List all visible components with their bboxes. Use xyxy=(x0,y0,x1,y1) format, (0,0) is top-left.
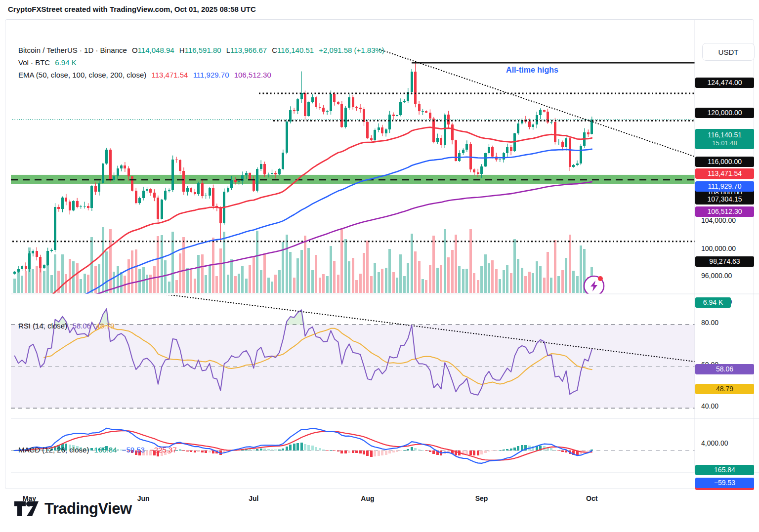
ema-legend: EMA (50, close, 100, close, 200, close) … xyxy=(18,71,274,79)
macd-axis-label-0: 4,000.00 xyxy=(701,439,728,447)
headline-attribution: CryptoFXStreet created with TradingView.… xyxy=(8,5,256,13)
tradingview-logo-icon xyxy=(14,498,40,520)
high-value: 116,591.80 xyxy=(185,46,221,54)
volume-value: 6.94 K xyxy=(55,58,76,67)
change-value: +2,091.58 (+1.83%) xyxy=(319,46,384,54)
macd-axis-label-2: −59.53 xyxy=(695,478,754,488)
price-axis-label-2: 116,140.5115:01:48 xyxy=(695,129,754,149)
rsi-axis-label-2: 58.06 xyxy=(695,364,754,374)
lightning-icon[interactable] xyxy=(584,276,604,296)
time-axis-month-jul: Jul xyxy=(243,494,264,502)
close-label: C xyxy=(272,46,277,54)
open-label: O xyxy=(132,46,138,54)
price-axis-label-7: 107,304.15 xyxy=(695,194,754,205)
macd-label: MACD (12, 26, close) xyxy=(18,446,89,454)
price-axis-label-4: 113,471.54 xyxy=(695,168,754,179)
time-axis-month-aug: Aug xyxy=(357,494,379,502)
rsi-axis-label-4: 40.00 xyxy=(701,402,718,410)
macd-line-value: −59.53 xyxy=(122,446,145,454)
macd-hist-value: 165.84 xyxy=(94,446,117,454)
ema50-value: 113,471.54 xyxy=(151,71,188,79)
price-axis-label-8: 106,512.30 xyxy=(695,206,754,217)
chart-card: Bitcoin / TetherUS · 1D · Binance O114,0… xyxy=(5,19,754,489)
ema-label: EMA (50, close, 100, close, 200, close) xyxy=(18,71,146,79)
price-axis-label-11: 98,274.63 xyxy=(695,256,754,267)
price-axis-label-0: 124,474.00 xyxy=(695,78,754,88)
price-axis-label-12: 96,000.00 xyxy=(701,272,732,280)
time-axis-month-jun: Jun xyxy=(132,494,154,502)
price-axis-label-1: 120,000.00 xyxy=(695,108,754,118)
high-label: H xyxy=(179,46,185,54)
symbol-legend: Bitcoin / TetherUS · 1D · Binance O114,0… xyxy=(18,46,387,54)
close-value: 116,140.51 xyxy=(277,46,314,54)
currency-toggle-button[interactable]: USDT xyxy=(702,43,755,61)
macd-legend: MACD (12, 26, close) 165.84 −59.53 −225.… xyxy=(18,446,180,454)
symbol-title: Bitcoin / TetherUS · 1D · Binance xyxy=(18,46,127,54)
ema200-value: 106,512.30 xyxy=(234,71,271,79)
price-axis-label-9: 104,000.00 xyxy=(701,216,736,224)
chart-canvas[interactable] xyxy=(5,20,759,490)
low-label: L xyxy=(226,46,230,54)
rsi-axis-label-3: 48.79 xyxy=(695,384,754,394)
rsi-value: 58.06 xyxy=(72,322,91,330)
price-axis-label-5: 111,929.70 xyxy=(695,181,754,192)
page: CryptoFXStreet created with TradingView.… xyxy=(0,0,759,532)
tradingview-logo-text: TradingView xyxy=(44,500,132,518)
macd-signal-value: −225.37 xyxy=(150,446,177,454)
price-axis-label-10: 100,000.00 xyxy=(701,245,736,252)
rsi-axis-label-0: 80.00 xyxy=(701,319,718,327)
all-time-highs-annotation: All-time highs xyxy=(506,66,558,75)
rsi-legend: RSI (14, close) 58.06 48.79 xyxy=(18,322,118,330)
price-axis-label-3: 116,000.00 xyxy=(695,157,754,167)
price-axis-label-14: 6.94 K xyxy=(695,297,731,308)
rsi-label: RSI (14, close) xyxy=(18,322,67,330)
rsi-ma-value: 48.79 xyxy=(96,322,115,330)
ema100-value: 111,929.70 xyxy=(193,71,229,79)
volume-label: Vol · BTC xyxy=(18,58,50,67)
tradingview-logo[interactable]: TradingView xyxy=(14,498,132,520)
low-value: 113,966.67 xyxy=(230,46,267,54)
volume-legend: Vol · BTC 6.94 K xyxy=(18,58,80,67)
time-axis-month-sep: Sep xyxy=(471,494,493,502)
countdown-timer: 15:01:48 xyxy=(712,139,737,147)
open-value: 114,048.94 xyxy=(138,46,174,54)
macd-axis-label-1: 165.84 xyxy=(695,465,754,475)
time-axis-month-oct: Oct xyxy=(581,494,603,502)
